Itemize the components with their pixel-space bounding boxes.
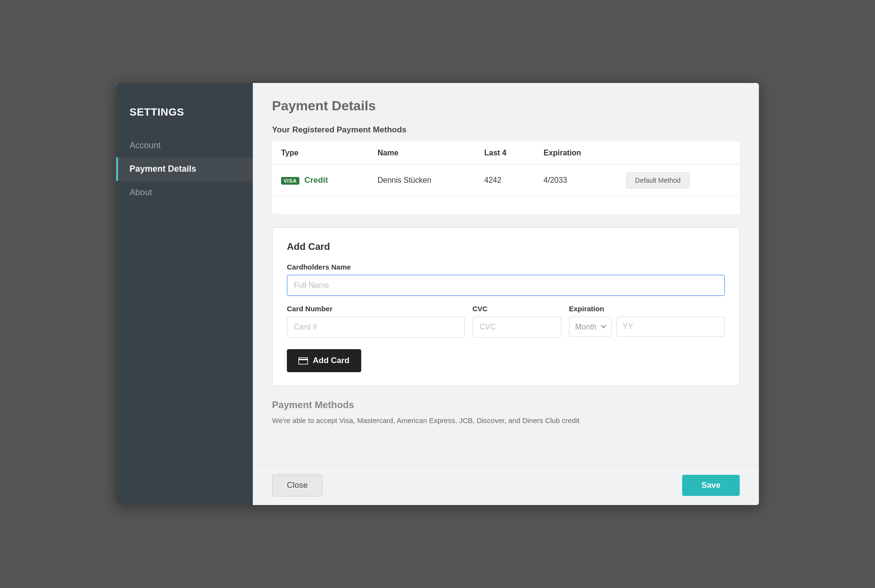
visa-badge: VISA: [281, 177, 299, 185]
settings-window: SETTINGS Account Payment Details About P…: [116, 83, 759, 505]
add-card-button-label: Add Card: [313, 356, 350, 365]
add-card-section: Add Card Cardholders Name Card Number CV…: [272, 227, 740, 386]
col-name: Name: [369, 142, 476, 165]
cvc-label: CVC: [473, 305, 561, 313]
cvc-group: CVC: [473, 305, 561, 338]
sidebar: SETTINGS Account Payment Details About: [116, 83, 253, 505]
payment-methods-text: We're able to accept Visa, Mastercard, A…: [272, 415, 740, 426]
cvc-input[interactable]: [473, 317, 561, 338]
cardholder-label: Cardholders Name: [287, 263, 725, 271]
cardholder-name-group: Cardholders Name: [287, 263, 725, 296]
action-cell: Default Method: [617, 165, 740, 197]
cardholder-name-input[interactable]: [287, 275, 725, 296]
payment-methods-section: Payment Methods We're able to accept Vis…: [272, 400, 740, 426]
expiration-group: Expiration Month 01 02 03 04 05 06 07: [569, 305, 725, 337]
col-type: Type: [272, 142, 369, 165]
sidebar-title: SETTINGS: [116, 106, 253, 134]
add-card-title: Add Card: [287, 241, 725, 252]
sidebar-about-label: About: [130, 188, 152, 197]
card-number-label: Card Number: [287, 305, 465, 313]
sidebar-payment-label: Payment Details: [130, 164, 196, 174]
card-number-group: Card Number: [287, 305, 465, 338]
card-details-row: Card Number CVC Expiration Month 01: [287, 305, 725, 346]
payment-methods-title: Payment Methods: [272, 400, 740, 411]
default-method-button[interactable]: Default Method: [626, 172, 690, 188]
col-last4: Last 4: [476, 142, 535, 165]
type-cell: VISA Credit: [272, 165, 369, 197]
name-cell: Dennis Stücken: [369, 165, 476, 197]
sidebar-item-payment-details[interactable]: Payment Details: [116, 157, 253, 181]
svg-rect-0: [299, 357, 308, 364]
col-expiration: Expiration: [535, 142, 617, 165]
main-scroll-area: Payment Details Your Registered Payment …: [253, 83, 759, 465]
last4-cell: 4242: [476, 165, 535, 197]
payment-methods-table: Type Name Last 4 Expiration VISA Credit: [272, 141, 740, 214]
page-title: Payment Details: [272, 98, 740, 114]
expiration-inputs: Month 01 02 03 04 05 06 07 08 09 10: [569, 317, 725, 337]
credit-card-icon: [298, 357, 308, 365]
col-action: [617, 142, 740, 165]
save-button[interactable]: Save: [682, 475, 740, 496]
type-label: Credit: [304, 176, 328, 185]
expiration-label: Expiration: [569, 305, 725, 313]
table-row: VISA Credit Dennis Stücken 4242 4/2033 D…: [272, 165, 740, 197]
main-content: Payment Details Your Registered Payment …: [253, 83, 759, 505]
registered-section-title: Your Registered Payment Methods: [272, 125, 740, 135]
empty-row: [272, 197, 740, 214]
add-card-button[interactable]: Add Card: [287, 349, 361, 372]
close-button[interactable]: Close: [272, 474, 322, 496]
sidebar-account-label: Account: [130, 141, 161, 150]
expiry-cell: 4/2033: [535, 165, 617, 197]
svg-rect-1: [298, 359, 308, 360]
sidebar-item-about[interactable]: About: [116, 181, 253, 204]
footer: Close Save: [253, 465, 759, 505]
year-input[interactable]: [616, 317, 725, 337]
month-select[interactable]: Month 01 02 03 04 05 06 07 08 09 10: [569, 317, 612, 337]
card-number-input[interactable]: [287, 317, 465, 338]
sidebar-item-account[interactable]: Account: [116, 134, 253, 157]
